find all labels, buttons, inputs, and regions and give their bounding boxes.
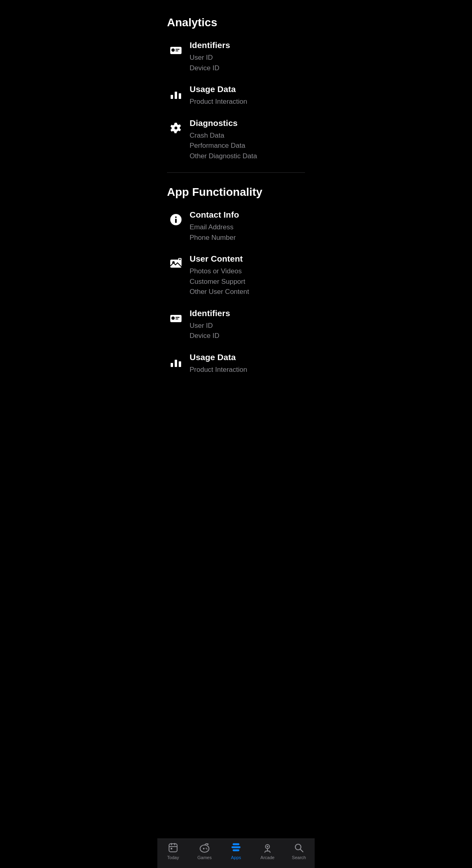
svg-rect-17 <box>171 317 175 320</box>
gear-icon-analytics <box>167 119 185 137</box>
svg-rect-3 <box>175 50 178 51</box>
bar-chart-icon-analytics <box>167 85 185 103</box>
analytics-identifiers-item-deviceid: Device ID <box>190 63 305 73</box>
func-identifiers-title: Identifiers <box>190 308 305 318</box>
func-usage-product: Product Interaction <box>190 365 305 375</box>
photo-icon <box>167 255 185 273</box>
section-divider <box>167 172 305 173</box>
svg-rect-18 <box>175 317 180 318</box>
contact-info-phone: Phone Number <box>190 233 305 243</box>
analytics-usage-item-product: Product Interaction <box>190 96 305 107</box>
app-functionality-section-title: App Functionality <box>167 186 305 199</box>
func-identifiers-content: Identifiers User ID Device ID <box>190 308 305 341</box>
user-content-support: Customer Support <box>190 277 305 287</box>
user-content-other: Other User Content <box>190 287 305 297</box>
svg-rect-1 <box>171 48 175 52</box>
svg-rect-5 <box>175 92 177 99</box>
svg-rect-15 <box>180 258 180 260</box>
user-content-photos: Photos or Videos <box>190 266 305 277</box>
svg-rect-19 <box>175 319 178 319</box>
analytics-identifiers-title: Identifiers <box>190 40 305 50</box>
func-identifiers-group: Identifiers User ID Device ID <box>167 308 305 341</box>
analytics-diagnostics-perf: Performance Data <box>190 140 305 151</box>
info-circle-icon <box>167 211 185 229</box>
func-usage-data-group: Usage Data Product Interaction <box>167 352 305 375</box>
bar-chart-icon-func <box>167 353 185 371</box>
analytics-diagnostics-title: Diagnostics <box>190 118 305 128</box>
func-usage-content: Usage Data Product Interaction <box>190 352 305 375</box>
func-usage-title: Usage Data <box>190 352 305 362</box>
func-identifiers-userid: User ID <box>190 321 305 331</box>
analytics-diagnostics-group: Diagnostics Crash Data Performance Data … <box>167 118 305 161</box>
svg-point-7 <box>175 126 178 129</box>
svg-rect-10 <box>175 219 177 223</box>
func-identifiers-deviceid: Device ID <box>190 331 305 341</box>
svg-rect-4 <box>171 95 173 99</box>
user-content-group: User Content Photos or Videos Customer S… <box>167 254 305 297</box>
id-card-icon <box>167 41 185 59</box>
analytics-diagnostics-other: Other Diagnostic Data <box>190 151 305 161</box>
analytics-identifiers-content: Identifiers User ID Device ID <box>190 40 305 73</box>
svg-rect-2 <box>175 49 180 50</box>
analytics-diagnostics-crash: Crash Data <box>190 130 305 141</box>
svg-rect-20 <box>171 363 173 367</box>
svg-point-9 <box>175 216 177 218</box>
contact-info-email: Email Address <box>190 222 305 233</box>
contact-info-group: Contact Info Email Address Phone Number <box>167 210 305 243</box>
user-content-title: User Content <box>190 254 305 264</box>
analytics-identifiers-item-userid: User ID <box>190 52 305 63</box>
analytics-usage-title: Usage Data <box>190 84 305 94</box>
contact-info-content: Contact Info Email Address Phone Number <box>190 210 305 243</box>
user-content-content: User Content Photos or Videos Customer S… <box>190 254 305 297</box>
analytics-identifiers-group: Identifiers User ID Device ID <box>167 40 305 73</box>
svg-rect-21 <box>175 360 177 367</box>
analytics-usage-data-group: Usage Data Product Interaction <box>167 84 305 107</box>
id-card-icon-func <box>167 309 185 327</box>
contact-info-title: Contact Info <box>190 210 305 220</box>
svg-rect-6 <box>179 93 181 99</box>
analytics-usage-content: Usage Data Product Interaction <box>190 84 305 107</box>
analytics-diagnostics-content: Diagnostics Crash Data Performance Data … <box>190 118 305 161</box>
analytics-section-title: Analytics <box>167 16 305 29</box>
svg-rect-22 <box>179 361 181 367</box>
